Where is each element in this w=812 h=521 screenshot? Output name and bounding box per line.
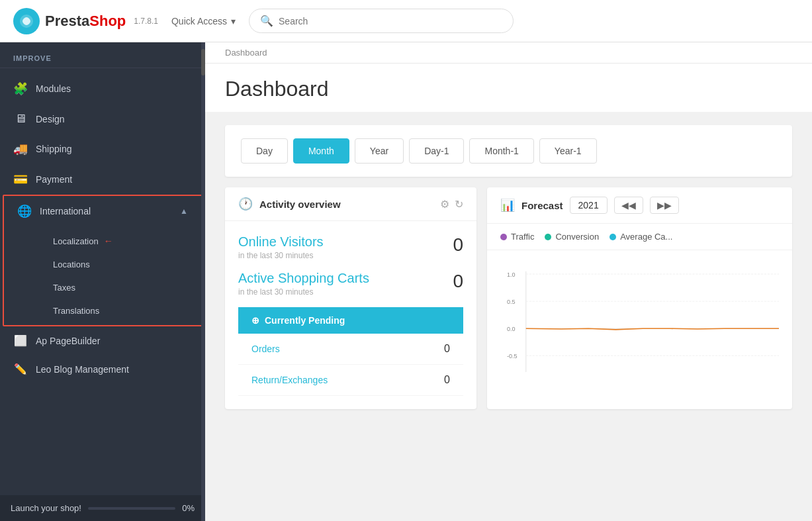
pending-header-label: Currently Pending (265, 315, 345, 326)
returns-row: Return/Exchanges 0 (238, 365, 463, 396)
active-carts-value: 0 (453, 271, 463, 292)
improve-label: IMPROVE (0, 42, 205, 68)
traffic-dot (500, 234, 507, 240)
tab-month[interactable]: Month (293, 138, 349, 164)
bar-chart-icon: 📊 (500, 198, 515, 213)
chevron-up-icon: ▲ (180, 207, 188, 216)
returns-value: 0 (444, 374, 450, 386)
quick-access-label: Quick Access (171, 16, 227, 26)
sidebar-item-international[interactable]: 🌐 International ▲ (4, 196, 201, 226)
sidebar-shipping-label: Shipping (36, 144, 72, 154)
sidebar-bottom: Launch your shop! 0% (0, 495, 205, 521)
sidebar-item-modules[interactable]: 🧩 Modules (0, 73, 205, 104)
sidebar-item-translations[interactable]: Translations (40, 299, 201, 322)
conversion-dot (545, 234, 551, 240)
translations-label: Translations (53, 306, 99, 316)
online-visitors-row: Online Visitors in the last 30 minutes 0 (238, 234, 463, 260)
legend-conversion: Conversion (545, 232, 599, 242)
orders-row: Orders 0 (238, 334, 463, 365)
sidebar-payment-label: Payment (36, 174, 72, 185)
taxes-label: Taxes (53, 283, 75, 293)
conversion-label: Conversion (555, 232, 599, 242)
truck-icon: 🚚 (13, 142, 28, 156)
international-section: 🌐 International ▲ Localization ← Locatio… (3, 195, 203, 326)
globe-icon: 🌐 (17, 204, 32, 218)
launch-label: Launch your shop! (11, 503, 81, 513)
page-header: Dashboard (205, 64, 812, 112)
main-layout: IMPROVE 🧩 Modules 🖥 Design 🚚 Shipping 💳 … (0, 42, 812, 521)
active-carts-label: Active Shopping Carts (238, 271, 369, 286)
search-input[interactable] (279, 16, 502, 26)
logo-shop: Shop (89, 13, 126, 29)
international-submenu: Localization ← Locations Taxes Translati… (4, 226, 201, 325)
forecast-header: 📊 Forecast 2021 ◀◀ ▶▶ (487, 187, 792, 224)
quick-access-button[interactable]: Quick Access ▾ (171, 16, 236, 26)
clock-icon: 🕐 (238, 197, 253, 211)
pagebuilder-label: Ap PageBuilder (36, 336, 100, 346)
forecast-chart: 1.0 0.5 0.0 -0.5 (507, 257, 779, 389)
widgets-row: 🕐 Activity overview ⚙ ↻ Online Visitors … (225, 187, 792, 409)
logo-icon (13, 8, 40, 34)
legend-average-cart: Average Ca... (609, 232, 672, 242)
online-visitors-value: 0 (453, 234, 463, 256)
forecast-year: 2021 (570, 197, 608, 214)
logo-area: PrestaShop 1.7.8.1 (13, 8, 158, 34)
topbar: PrestaShop 1.7.8.1 Quick Access ▾ 🔍 (0, 0, 812, 42)
svg-text:0.5: 0.5 (507, 299, 516, 305)
orders-label: Orders (251, 344, 280, 354)
chevron-down-icon: ▾ (231, 16, 236, 26)
sidebar-item-shipping[interactable]: 🚚 Shipping (0, 134, 205, 164)
tab-year-1[interactable]: Year-1 (539, 138, 597, 164)
puzzle-icon: 🧩 (13, 81, 28, 96)
logo-version: 1.7.8.1 (134, 17, 158, 26)
legend-traffic: Traffic (500, 232, 534, 242)
sidebar-item-locations[interactable]: Locations (40, 253, 201, 276)
forecast-card: 📊 Forecast 2021 ◀◀ ▶▶ Traffic Co (487, 187, 792, 409)
activity-card: 🕐 Activity overview ⚙ ↻ Online Visitors … (225, 187, 476, 409)
sidebar-modules-label: Modules (36, 83, 71, 94)
orders-value: 0 (444, 343, 450, 355)
settings-icon[interactable]: ⚙ (440, 198, 449, 211)
activity-card-header: 🕐 Activity overview ⚙ ↻ (225, 187, 476, 221)
search-icon: 🔍 (260, 15, 273, 27)
sidebar-divider (0, 68, 205, 68)
sidebar-item-design[interactable]: 🖥 Design (0, 104, 205, 134)
monitor-icon: 🖥 (13, 112, 28, 126)
svg-text:1.0: 1.0 (507, 271, 516, 278)
tab-day[interactable]: Day (241, 138, 288, 164)
page-icon: ⬜ (13, 334, 28, 347)
online-visitors-sub: in the last 30 minutes (238, 251, 324, 260)
leoblog-label: Leo Blog Management (36, 364, 129, 375)
logo-presta: Presta (45, 13, 89, 29)
edit-icon: ✏️ (13, 363, 28, 375)
tab-month-1[interactable]: Month-1 (469, 138, 533, 164)
average-cart-dot (609, 234, 616, 240)
localization-label: Localization (53, 236, 99, 246)
sidebar-item-pagebuilder[interactable]: ⬜ Ap PageBuilder (0, 326, 205, 355)
sidebar-item-taxes[interactable]: Taxes (40, 276, 201, 299)
forecast-prev-button[interactable]: ◀◀ (614, 197, 643, 214)
page-title: Dashboard (225, 77, 792, 101)
tab-day-1[interactable]: Day-1 (409, 138, 464, 164)
average-cart-label: Average Ca... (620, 232, 672, 242)
traffic-label: Traffic (511, 232, 534, 242)
content-body: Day Month Year Day-1 Month-1 Year-1 🕐 Ac… (205, 112, 812, 422)
arrow-right-icon: ← (104, 236, 113, 246)
breadcrumb-text: Dashboard (225, 48, 267, 58)
locations-label: Locations (53, 260, 90, 269)
forecast-next-button[interactable]: ▶▶ (650, 197, 679, 214)
tab-year[interactable]: Year (355, 138, 404, 164)
period-tabs-card: Day Month Year Day-1 Month-1 Year-1 (225, 125, 792, 177)
sidebar-item-localization[interactable]: Localization ← (40, 229, 201, 253)
refresh-icon[interactable]: ↻ (455, 198, 463, 211)
pending-header: ⊕ Currently Pending (238, 307, 463, 334)
scroll-indicator (201, 42, 205, 521)
active-carts-sub: in the last 30 minutes (238, 287, 369, 297)
active-carts-row: Active Shopping Carts in the last 30 min… (238, 271, 463, 297)
svg-text:-0.5: -0.5 (507, 353, 518, 359)
launch-percent: 0% (182, 503, 195, 513)
pending-clock-icon: ⊕ (251, 315, 259, 326)
sidebar-item-payment[interactable]: 💳 Payment (0, 164, 205, 195)
international-label: International (40, 206, 91, 216)
sidebar-item-leoblog[interactable]: ✏️ Leo Blog Management (0, 355, 205, 383)
